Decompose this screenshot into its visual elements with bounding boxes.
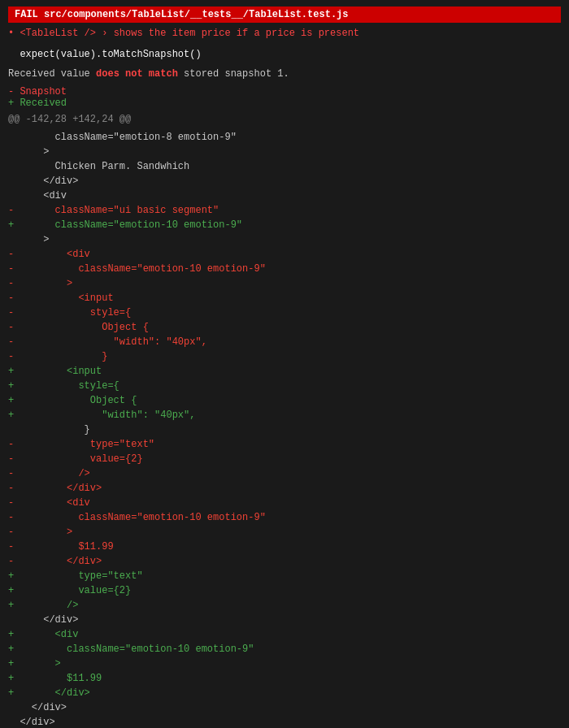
diff-line: - }: [8, 349, 561, 364]
diff-line: + type="text": [8, 569, 561, 583]
bullet-description: shows the item price if a price is prese…: [114, 28, 359, 39]
diff-line: + >: [8, 656, 561, 671]
diff-line: - </div>: [8, 481, 561, 496]
diff-line: - type="text": [8, 437, 561, 452]
diff-line: className="emotion-8 emotion-9": [8, 130, 561, 145]
diff-line: + style={: [8, 379, 561, 393]
expect-line: expect(value).toMatchSnapshot(): [8, 47, 561, 62]
diff-line: + className="emotion-10 emotion-9": [8, 218, 561, 232]
file-path-prefix: src/components/TableList/__tests__/: [38, 9, 249, 20]
diff-line: - value={2}: [8, 452, 561, 466]
received-label: + Received: [8, 98, 561, 109]
hunk-header: @@ -142,28 +142,24 @@: [8, 114, 561, 125]
diff-line: - Object {: [8, 320, 561, 335]
fail-badge: FAIL: [15, 9, 38, 20]
diff-line: - className="emotion-10 emotion-9": [8, 510, 561, 525]
file-name: TableList.test.js: [249, 9, 348, 20]
diff-line: + $11.99: [8, 671, 561, 686]
header-bar: FAIL src/components/TableList/__tests__/…: [8, 6, 561, 23]
diff-line: - <div: [8, 496, 561, 510]
diff-line: + value={2}: [8, 583, 561, 598]
diff-line: + />: [8, 598, 561, 613]
received-message: Received value does not match stored sna…: [8, 68, 561, 80]
snapshot-label: - Snapshot: [8, 86, 561, 98]
diff-line: </div>: [8, 715, 561, 728]
diff-line: + "width": "40px",: [8, 408, 561, 422]
diff-line: Chicken Parm. Sandwhich: [8, 159, 561, 174]
test-description-line: • <TableList /> › shows the item price i…: [8, 28, 561, 39]
diff-line: </div>: [8, 700, 561, 715]
received-msg-suffix: stored snapshot 1.: [178, 68, 289, 80]
diff-line: >: [8, 232, 561, 247]
diff-line: - >: [8, 276, 561, 291]
diff-line: - className="ui basic segment": [8, 203, 561, 218]
diff-line: - style={: [8, 306, 561, 320]
received-msg-prefix: Received value: [8, 68, 96, 80]
diff-line: - $11.99: [8, 540, 561, 554]
diff-line: }: [8, 422, 561, 437]
diff-line: + <div: [8, 627, 561, 642]
diff-line: + Object {: [8, 393, 561, 408]
diff-line: </div>: [8, 174, 561, 188]
diff-line: - </div>: [8, 554, 561, 569]
diff-line: <div: [8, 188, 561, 203]
diff-line: </div>: [8, 613, 561, 627]
diff-block: className="emotion-8 emotion-9" > Chicke…: [8, 130, 561, 728]
bullet-prefix: • <TableList /> ›: [8, 28, 114, 39]
diff-line: - >: [8, 525, 561, 540]
diff-line: - className="emotion-10 emotion-9": [8, 262, 561, 276]
diff-line: + className="emotion-10 emotion-9": [8, 642, 561, 656]
diff-line: >: [8, 145, 561, 159]
diff-line: + </div>: [8, 686, 561, 700]
does-not-match-keyword: does not match: [96, 68, 178, 80]
diff-line: - <div: [8, 247, 561, 262]
diff-line: - <input: [8, 291, 561, 306]
diff-line: - "width": "40px",: [8, 335, 561, 349]
diff-line: - />: [8, 466, 561, 481]
diff-line: + <input: [8, 364, 561, 379]
